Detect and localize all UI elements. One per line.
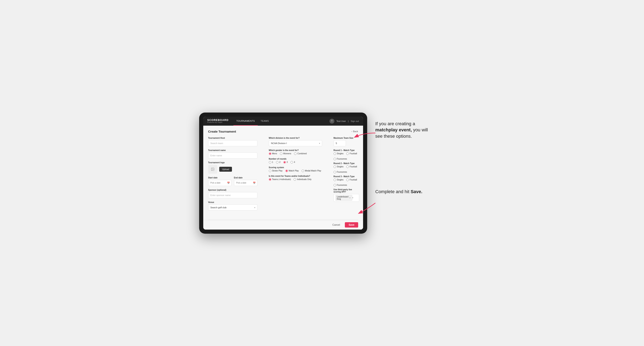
max-team-size-input[interactable] [334, 140, 346, 146]
round2-singles[interactable]: Singles [334, 166, 344, 168]
scoring-radio-group: Stroke Play Match Play Medal Match Play [269, 170, 322, 172]
upload-button[interactable]: Upload [219, 167, 232, 172]
cancel-button[interactable]: Cancel [330, 222, 343, 227]
svg-point-1 [212, 169, 212, 169]
round3-fourball[interactable]: Fourball [346, 179, 357, 181]
venue-section: Venue Search golf club [208, 201, 257, 210]
top-annotation: If you are creating a matchplay event, y… [376, 121, 445, 140]
api-chevron-icon: ▾ [352, 197, 353, 199]
round3-foursomes[interactable]: Foursomes [334, 184, 347, 186]
gender-mens[interactable]: Mens [269, 153, 277, 155]
tournament-host-input[interactable] [208, 140, 257, 146]
rounds-label: Number of rounds [269, 158, 322, 160]
form-footer: Cancel Save [203, 220, 363, 230]
venue-select[interactable]: Search golf club [208, 204, 257, 210]
tablet-screen: SCOREBOARD Powered by clippit TOURNAMENT… [203, 117, 363, 230]
tablet-frame: SCOREBOARD Powered by clippit TOURNAMENT… [199, 113, 367, 234]
event-type-label: Is this event for Teams and/or Individua… [269, 175, 322, 177]
api-select-box[interactable]: Leaderboard King ✕ ▾ [334, 194, 360, 202]
app-header: SCOREBOARD Powered by clippit TOURNAMENT… [203, 117, 363, 126]
api-selected-tag: Leaderboard King ✕ [336, 195, 352, 201]
save-button[interactable]: Save [345, 222, 358, 227]
tab-teams[interactable]: TEAMS [258, 117, 272, 126]
start-date-label: Start date [208, 176, 232, 179]
gender-combined[interactable]: Combined [294, 153, 307, 155]
scoring-stroke[interactable]: Stroke Play [269, 170, 282, 172]
gender-radio-group: Mens Womens Combined [269, 153, 322, 155]
header-right: T Test User | Sign out [330, 119, 359, 124]
end-date-field: End date 📅 [234, 176, 257, 186]
scoring-section: Scoring system Stroke Play Match Play [269, 166, 322, 172]
round-3[interactable]: 3 [284, 161, 288, 164]
save-bold: Save. [410, 189, 422, 194]
top-annotation-text: If you are creating a matchplay event, y… [376, 121, 433, 140]
event-type-individuals[interactable]: Individuals Only [294, 178, 312, 181]
gender-womens[interactable]: Womens [280, 153, 291, 155]
division-section: Which division is the event for? NCAA Di… [269, 137, 322, 146]
user-name: Test User [336, 120, 346, 122]
logo-title: SCOREBOARD [207, 119, 229, 122]
venue-select-wrapper: Search golf club [208, 204, 257, 210]
round-1[interactable]: 1 [269, 161, 273, 164]
tournament-name-label: Tournament name [208, 149, 257, 152]
tournament-name-input[interactable] [208, 153, 257, 159]
sponsor-input[interactable] [208, 192, 257, 198]
round-2[interactable]: 2 [276, 161, 280, 164]
round1-fourball[interactable]: Fourball [346, 153, 357, 155]
start-date-field: Start date 📅 [208, 176, 232, 186]
page-header: Create Tournament ‹ Back [208, 130, 358, 133]
left-column: Tournament Host Tournament name Tourname… [208, 137, 257, 213]
round2-foursomes[interactable]: Foursomes [334, 171, 347, 173]
date-row: Start date 📅 End date [208, 176, 257, 186]
form-container: Tournament Host Tournament name Tourname… [208, 137, 358, 213]
round3-singles[interactable]: Singles [334, 179, 344, 181]
third-party-section: Use third-party live scoring API? Leader… [334, 188, 360, 202]
round2-fourball[interactable]: Fourball [346, 166, 357, 168]
sponsor-label: Sponsor (optional) [208, 189, 257, 191]
api-tag-close[interactable]: ✕ [349, 197, 351, 199]
tab-tournaments[interactable]: TOURNAMENTS [234, 117, 258, 126]
division-select-wrapper: NCAA Division I NCAA Division II NAIA Ot… [269, 140, 322, 146]
venue-label: Venue [208, 201, 257, 203]
top-arrow-svg [351, 131, 378, 143]
scoring-medal[interactable]: Medal Match Play [302, 170, 321, 172]
tournament-logo-label: Tournament logo [208, 162, 257, 164]
scoring-match[interactable]: Match Play [286, 170, 299, 172]
round-4[interactable]: 4 [290, 161, 295, 164]
round1-foursomes[interactable]: Foursomes [334, 158, 347, 160]
logo-area: SCOREBOARD Powered by clippit [207, 119, 229, 123]
event-type-teams[interactable]: Teams (+Individuals) [269, 178, 291, 181]
sponsor-section: Sponsor (optional) [208, 189, 257, 198]
round1-radio-group: Singles Fourball Foursomes [334, 153, 360, 160]
tournament-name-section: Tournament name [208, 149, 257, 159]
round1-match-section: Round 1 - Match Type Singles Fourball [334, 149, 360, 160]
calendar-icon-2: 📅 [253, 181, 256, 184]
page-title: Create Tournament [208, 130, 236, 133]
sign-out-link[interactable]: Sign out [350, 120, 359, 122]
logo-placeholder [208, 165, 217, 174]
scoring-label: Scoring system [269, 166, 322, 169]
page-wrapper: SCOREBOARD Powered by clippit TOURNAMENT… [199, 113, 445, 234]
start-date-wrapper: 📅 [208, 180, 232, 186]
bottom-annotation: Complete and hit Save. [376, 189, 445, 195]
tournament-host-label: Tournament Host [208, 137, 257, 139]
gender-section: Which gender is the event for? Mens Wome… [269, 149, 322, 155]
tournament-logo-section: Tournament logo Upload [208, 162, 257, 174]
end-date-wrapper: 📅 [234, 180, 257, 186]
logo-subtitle: Powered by clippit [207, 122, 229, 123]
round2-radio-group: Singles Fourball Foursomes [334, 166, 360, 173]
logo-upload-area: Upload [208, 165, 257, 174]
bottom-arrow-svg [355, 201, 380, 217]
rounds-radio-group: 1 2 3 [269, 161, 322, 164]
end-date-label: End date [234, 176, 257, 179]
event-type-section: Is this event for Teams and/or Individua… [269, 175, 322, 181]
round1-singles[interactable]: Singles [334, 153, 344, 155]
bottom-annotation-text: Complete and hit Save. [376, 189, 433, 195]
event-type-radio-group: Teams (+Individuals) Individuals Only [269, 178, 322, 181]
gender-label: Which gender is the event for? [269, 149, 322, 152]
tournament-host-section: Tournament Host [208, 137, 257, 146]
division-label: Which division is the event for? [269, 137, 322, 139]
division-select[interactable]: NCAA Division I NCAA Division II NAIA Ot… [269, 140, 322, 146]
separator: | [348, 120, 348, 122]
round3-label: Round 3 - Match Type [334, 175, 360, 177]
